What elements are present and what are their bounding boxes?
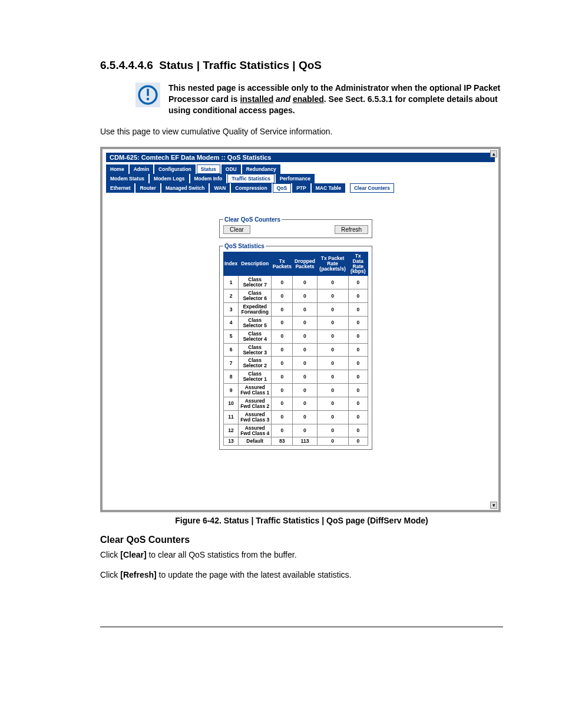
subheading-clear-qos: Clear QoS Counters: [100, 535, 503, 545]
table-cell: 4: [224, 316, 239, 330]
table-row: 13Default8311300: [224, 437, 368, 446]
table-row: 11Assured Fwd Class 30000: [224, 410, 368, 424]
table-row: 12Assured Fwd Class 40000: [224, 424, 368, 437]
table-cell: 0: [293, 370, 317, 384]
table-cell: Class Selector 3: [239, 343, 272, 357]
table-row: 6Class Selector 30000: [224, 343, 368, 357]
table-cell: 7: [224, 357, 239, 370]
tab-compression[interactable]: Compression: [231, 183, 271, 193]
table-cell: 10: [224, 397, 239, 410]
table-cell: Class Selector 2: [239, 357, 272, 370]
tab-admin[interactable]: Admin: [130, 164, 153, 174]
admonition-note: This nested page is accessible only to t…: [135, 83, 503, 116]
paragraph-clear: Click [Clear] to clear all QoS statistic…: [100, 550, 503, 559]
table-cell: 0: [317, 357, 348, 370]
tab-router[interactable]: Router: [135, 183, 160, 193]
table-cell: 0: [317, 424, 348, 437]
table-cell: 0: [348, 343, 368, 357]
column-header: Index: [224, 252, 239, 276]
scroll-down-button[interactable]: ▾: [490, 502, 497, 509]
table-cell: 0: [272, 303, 293, 317]
nav-row-1: HomeAdminConfigurationStatusODURedundanc…: [106, 164, 498, 174]
table-cell: 0: [317, 410, 348, 424]
table-cell: 0: [293, 424, 317, 437]
table-row: 9Assured Fwd Class 10000: [224, 384, 368, 397]
table-cell: 5: [224, 330, 239, 343]
refresh-button[interactable]: Refresh: [335, 225, 368, 234]
embedded-screenshot: ▴ ▾ CDM-625: Comtech EF Data Modem :: Qo…: [100, 147, 501, 512]
qos-table: IndexDescriptionTx PacketsDropped Packet…: [223, 252, 368, 446]
table-cell: Assured Fwd Class 1: [239, 384, 272, 397]
table-cell: 8: [224, 370, 239, 384]
column-header: Tx Packets: [272, 252, 293, 276]
nav-row-2: Modem StatusModem LogsModem InfoTraffic …: [106, 174, 498, 183]
tab-ptp[interactable]: PTP: [292, 183, 310, 193]
tab-home[interactable]: Home: [106, 164, 128, 174]
table-cell: 0: [317, 316, 348, 330]
table-cell: 0: [272, 410, 293, 424]
tab-performance[interactable]: Performance: [276, 174, 315, 183]
tab-qos[interactable]: QoS: [273, 183, 291, 193]
table-cell: Assured Fwd Class 4: [239, 424, 272, 437]
table-cell: 0: [348, 357, 368, 370]
table-cell: 0: [348, 397, 368, 410]
table-cell: 2: [224, 289, 239, 303]
tab-odu[interactable]: ODU: [222, 164, 241, 174]
section-title-text: Status | Traffic Statistics | QoS: [159, 59, 322, 71]
table-cell: 0: [293, 410, 317, 424]
table-cell: 3: [224, 303, 239, 317]
table-cell: 0: [348, 316, 368, 330]
tab-managed-switch[interactable]: Managed Switch: [161, 183, 209, 193]
table-cell: 0: [293, 276, 317, 289]
table-cell: 0: [348, 437, 368, 446]
tab-traffic-statistics[interactable]: Traffic Statistics: [227, 174, 275, 183]
table-cell: 0: [293, 397, 317, 410]
table-cell: 0: [348, 384, 368, 397]
table-cell: 0: [317, 370, 348, 384]
clear-button[interactable]: Clear: [223, 225, 250, 234]
tab-redundancy[interactable]: Redundancy: [242, 164, 280, 174]
clear-counters-fieldset: Clear QoS Counters Clear Refresh: [219, 216, 372, 238]
svg-point-3: [147, 98, 150, 101]
table-row: 10Assured Fwd Class 20000: [224, 397, 368, 410]
scroll-up-button[interactable]: ▴: [490, 150, 497, 157]
column-header: Tx Packet Rate (packets/s): [317, 252, 348, 276]
table-cell: 0: [272, 357, 293, 370]
section-heading: 6.5.4.4.4.6 Status | Traffic Statistics …: [100, 59, 503, 72]
table-cell: 113: [293, 437, 317, 446]
table-row: 5Class Selector 40000: [224, 330, 368, 343]
tab-modem-logs[interactable]: Modem Logs: [150, 174, 189, 183]
table-cell: 0: [348, 424, 368, 437]
table-cell: 0: [272, 384, 293, 397]
table-cell: 0: [348, 330, 368, 343]
table-row: 8Class Selector 10000: [224, 370, 368, 384]
table-cell: Class Selector 5: [239, 316, 272, 330]
table-row: 1Class Selector 70000: [224, 276, 368, 289]
tab-ethernet[interactable]: Ethernet: [106, 183, 134, 193]
table-cell: 0: [317, 437, 348, 446]
table-cell: Default: [239, 437, 272, 446]
tab-wan[interactable]: WAN: [210, 183, 230, 193]
tab-modem-status[interactable]: Modem Status: [106, 174, 148, 183]
table-cell: 0: [317, 303, 348, 317]
table-cell: Class Selector 6: [239, 289, 272, 303]
table-cell: 9: [224, 384, 239, 397]
table-cell: 0: [317, 397, 348, 410]
table-cell: 0: [317, 289, 348, 303]
table-cell: Expedited Forwarding: [239, 303, 272, 317]
tab-configuration[interactable]: Configuration: [154, 164, 196, 174]
table-cell: 0: [272, 397, 293, 410]
table-cell: 0: [293, 343, 317, 357]
table-cell: 0: [348, 289, 368, 303]
important-icon: [135, 83, 160, 107]
tab-mac-table[interactable]: MAC Table: [312, 183, 345, 193]
paragraph-refresh: Click [Refresh] to update the page with …: [100, 570, 503, 579]
table-cell: 0: [272, 370, 293, 384]
table-cell: 0: [272, 316, 293, 330]
tab-modem-info[interactable]: Modem Info: [190, 174, 227, 183]
svg-rect-2: [147, 89, 149, 96]
tab-status[interactable]: Status: [197, 164, 220, 174]
table-cell: 0: [272, 289, 293, 303]
clear-counters-link[interactable]: Clear Counters: [350, 183, 394, 193]
column-header: Dropped Packets: [293, 252, 317, 276]
